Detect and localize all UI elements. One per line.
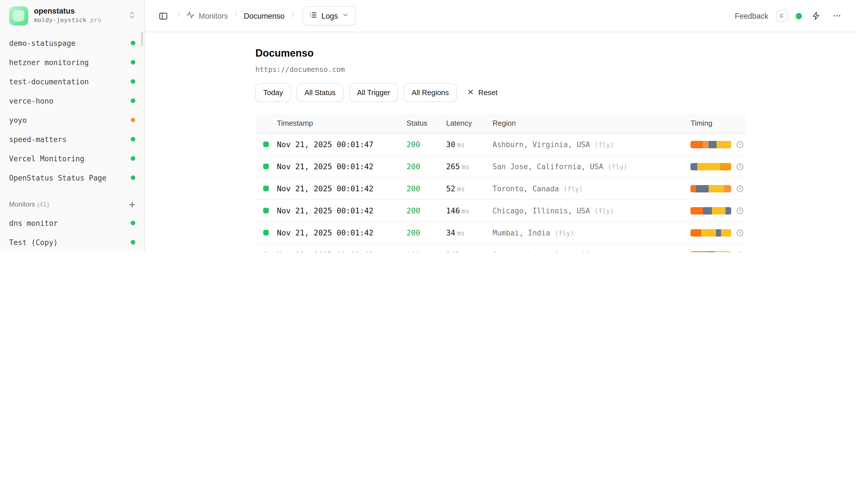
monitors-section-label: Monitors (41) bbox=[9, 200, 49, 208]
chevron-right-icon bbox=[232, 11, 240, 21]
status-dot bbox=[131, 221, 135, 225]
sidebar-monitor-item[interactable]: dns monitor bbox=[4, 214, 140, 232]
success-indicator bbox=[264, 230, 269, 235]
sidebar-statuspage-item[interactable]: OpenStatus Status Page bbox=[4, 169, 140, 187]
app: openstatus moldy-joystick pro demo-statu… bbox=[0, 0, 856, 252]
timing-cell bbox=[691, 228, 746, 237]
status-cell: 200 bbox=[407, 250, 446, 252]
timestamp-cell: Nov 21, 2025 00:01:42 bbox=[277, 162, 407, 171]
activity-icon bbox=[186, 11, 195, 21]
workspace-switcher[interactable]: openstatus moldy-joystick pro bbox=[0, 0, 144, 31]
col-timestamp: Timestamp bbox=[277, 119, 407, 127]
item-label: dns monitor bbox=[9, 219, 58, 227]
workspace-org-name: moldy-joystick bbox=[34, 17, 86, 24]
item-label: demo-statuspage bbox=[9, 39, 75, 47]
timing-cell bbox=[691, 250, 746, 252]
item-label: yoyo bbox=[9, 116, 27, 124]
filter-status-button[interactable]: All Status bbox=[297, 83, 343, 102]
col-status: Status bbox=[407, 119, 446, 127]
status-cell: 200 bbox=[407, 184, 446, 193]
timing-bar bbox=[691, 141, 731, 148]
timestamp-cell: Nov 21, 2025 00:01:42 bbox=[277, 228, 407, 237]
log-row[interactable]: Nov 21, 2025 00:01:42200242msJohannesbur… bbox=[255, 244, 746, 252]
log-row[interactable]: Nov 21, 2025 00:01:4220052msToronto, Can… bbox=[255, 178, 746, 200]
system-status-dot[interactable] bbox=[796, 13, 802, 19]
breadcrumb-documenso[interactable]: Documenso bbox=[244, 12, 285, 20]
region-cell: Ashburn, Virginia, USA (fly) bbox=[493, 140, 691, 148]
timestamp-cell: Nov 21, 2025 00:01:47 bbox=[277, 140, 407, 149]
clock-icon[interactable] bbox=[736, 250, 745, 252]
chevron-right-icon bbox=[174, 11, 182, 21]
clock-icon[interactable] bbox=[736, 140, 745, 148]
sidebar-scrollbar[interactable] bbox=[141, 32, 143, 47]
view-selector-label: Logs bbox=[321, 12, 338, 20]
log-row[interactable]: Nov 21, 2025 00:01:4720030msAshburn, Vir… bbox=[255, 133, 746, 156]
more-menu-button[interactable] bbox=[830, 9, 843, 23]
sidebar-statuspage-item[interactable]: yoyo bbox=[4, 111, 140, 129]
workspace-plan-badge: pro bbox=[90, 17, 102, 24]
timing-bar bbox=[691, 229, 731, 236]
timing-cell bbox=[691, 162, 746, 170]
monitor-list: dns monitorTest (Copy)openstatus status … bbox=[0, 214, 144, 252]
timing-bar bbox=[691, 251, 731, 252]
breadcrumb-monitors-label: Monitors bbox=[199, 12, 228, 20]
success-indicator bbox=[264, 208, 269, 213]
breadcrumb-monitors[interactable]: Monitors bbox=[186, 11, 228, 21]
monitors-count: (41) bbox=[37, 200, 49, 208]
feedback-link[interactable]: Feedback bbox=[735, 12, 768, 20]
col-latency: Latency bbox=[446, 119, 493, 127]
topbar: Monitors Documenso Logs bbox=[145, 0, 856, 32]
status-dot bbox=[131, 60, 135, 65]
clock-icon[interactable] bbox=[736, 184, 745, 193]
log-row[interactable]: Nov 21, 2025 00:01:4220034msMumbai, Indi… bbox=[255, 222, 746, 244]
filter-bar: Today All Status All Trigger All Regions… bbox=[255, 83, 746, 102]
status-dot bbox=[131, 41, 135, 45]
status-dot bbox=[131, 79, 135, 84]
timing-bar bbox=[691, 163, 731, 170]
item-label: hetzner monitoring bbox=[9, 58, 89, 67]
log-row[interactable]: Nov 21, 2025 00:01:42200265msSan Jose, C… bbox=[255, 156, 746, 178]
table-body: Nov 21, 2025 00:01:4720030msAshburn, Vir… bbox=[255, 133, 746, 252]
statuspage-list: demo-statuspagehetzner monitoringtest-do… bbox=[0, 34, 144, 187]
log-row[interactable]: Nov 21, 2025 00:01:42200146msChicago, Il… bbox=[255, 200, 746, 222]
success-indicator bbox=[264, 164, 269, 169]
monitors-section-head: Monitors (41) bbox=[0, 197, 144, 212]
sidebar-monitor-item[interactable]: Test (Copy) bbox=[4, 233, 140, 251]
sidebar-statuspage-item[interactable]: verce-hono bbox=[4, 92, 140, 110]
workspace-logo bbox=[9, 6, 28, 25]
timing-cell bbox=[691, 140, 746, 148]
item-label: speed-matters bbox=[9, 135, 67, 143]
filter-regions-button[interactable]: All Regions bbox=[404, 83, 457, 102]
clock-icon[interactable] bbox=[736, 206, 745, 215]
sidebar-statuspage-item[interactable]: speed-matters bbox=[4, 130, 140, 148]
view-selector[interactable]: Logs bbox=[302, 6, 356, 25]
timing-bar bbox=[691, 207, 731, 214]
logs-icon bbox=[309, 11, 318, 21]
clock-icon[interactable] bbox=[736, 228, 745, 237]
col-timing: Timing bbox=[691, 119, 746, 127]
add-monitor-button[interactable] bbox=[125, 198, 139, 211]
latency-cell: 52ms bbox=[446, 183, 493, 194]
region-cell: Chicago, Illinois, USA (fly) bbox=[493, 206, 691, 215]
timestamp-cell: Nov 21, 2025 00:01:42 bbox=[277, 206, 407, 215]
region-cell: San Jose, California, USA (fly) bbox=[493, 162, 691, 170]
filter-date-button[interactable]: Today bbox=[255, 83, 291, 102]
feedback-shortcut-badge: F bbox=[775, 10, 788, 22]
sidebar-statuspage-item[interactable]: Vercel Monitoring bbox=[4, 149, 140, 167]
timing-cell bbox=[691, 206, 746, 215]
sidebar-statuspage-item[interactable]: test-documentation bbox=[4, 72, 140, 91]
item-label: test-documentation bbox=[9, 77, 89, 86]
sidebar-statuspage-item[interactable]: demo-statuspage bbox=[4, 34, 140, 52]
sidebar-statuspage-item[interactable]: hetzner monitoring bbox=[4, 53, 140, 71]
reset-filters-button[interactable]: Reset bbox=[462, 83, 502, 102]
filter-trigger-button[interactable]: All Trigger bbox=[349, 83, 398, 102]
latency-cell: 242ms bbox=[446, 250, 493, 252]
topbar-actions: Feedback F bbox=[735, 9, 843, 23]
sidebar-toggle-button[interactable] bbox=[156, 9, 171, 23]
clock-icon[interactable] bbox=[736, 162, 745, 170]
latency-cell: 34ms bbox=[446, 228, 493, 238]
status-dot bbox=[131, 176, 135, 180]
status-dot bbox=[131, 118, 135, 122]
status-dot bbox=[131, 240, 135, 245]
command-menu-button[interactable] bbox=[809, 9, 823, 23]
